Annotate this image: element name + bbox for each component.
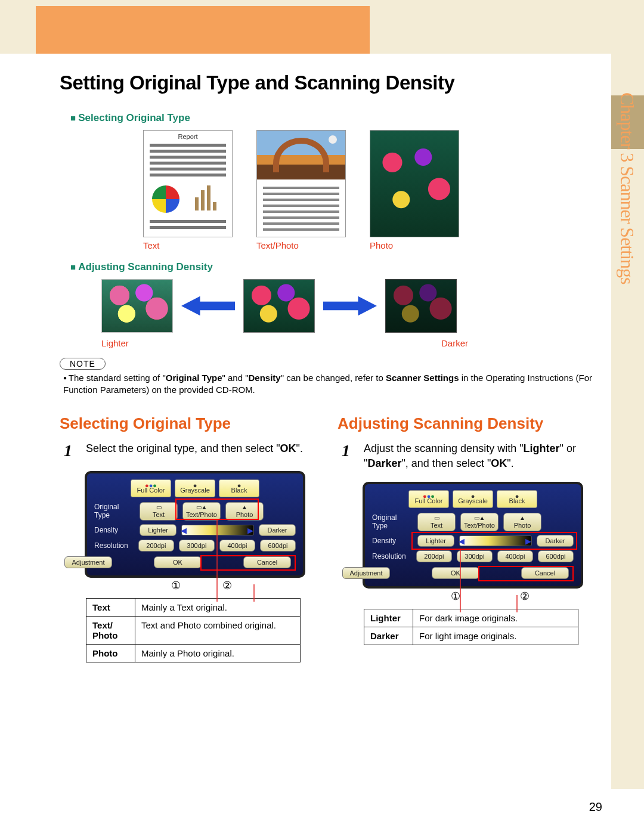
arrow-right-icon xyxy=(323,294,377,318)
btn-type-text[interactable]: ▭Text xyxy=(140,502,178,521)
step-1-right: 1 Adjust the scanning density with "Ligh… xyxy=(338,441,596,471)
lbl-density: Density xyxy=(372,537,413,545)
btn-200dpi[interactable]: 200dpi xyxy=(138,540,174,552)
col-adjusting-density: Adjusting Scanning Density 1 Adjust the … xyxy=(338,414,596,662)
density-slider[interactable]: ◀▶ xyxy=(181,525,254,535)
device-panel: ●●●Full Color ●Grayscale ●Black Original… xyxy=(363,482,583,589)
step-text: Select the original type, and then selec… xyxy=(86,441,318,460)
btn-300dpi[interactable]: 300dpi xyxy=(457,550,493,562)
top-orange-bar xyxy=(36,6,370,54)
thumb-textphoto-col: Text/Photo xyxy=(256,130,346,250)
btn-darker[interactable]: Darker xyxy=(259,524,296,536)
thumb-textphoto xyxy=(256,130,346,237)
btn-300dpi[interactable]: 300dpi xyxy=(179,540,215,552)
lbl-original-type: Original Type xyxy=(94,503,135,519)
table-row: Text/ PhotoText and Photo combined origi… xyxy=(86,616,301,644)
panel-tab-black[interactable]: ●Black xyxy=(219,479,259,497)
lbl-resolution: Resolution xyxy=(372,552,411,561)
svg-marker-1 xyxy=(323,296,377,315)
caption-photo: Photo xyxy=(370,240,459,250)
btn-type-textphoto[interactable]: ▭▲Text/Photo xyxy=(460,513,499,531)
btn-lighter[interactable]: Lighter xyxy=(140,524,177,536)
btn-600dpi[interactable]: 600dpi xyxy=(260,540,296,552)
density-row xyxy=(101,279,596,333)
density-thumb-normal xyxy=(243,279,315,333)
device-panel: ●●●Full Color ●Grayscale ●Black Original… xyxy=(85,471,305,578)
step-text: Adjust the scanning density with "Lighte… xyxy=(364,441,596,471)
lbl-resolution: Resolution xyxy=(94,541,134,550)
btn-ok[interactable]: OK xyxy=(154,556,202,568)
two-column-section: Selecting Original Type 1 Select the ori… xyxy=(60,414,596,662)
table-row: TextMainly a Text original. xyxy=(86,598,301,616)
chapter-sidebar-text: Chapter 3 Scanner Settings xyxy=(614,92,638,284)
heading-adjusting-density: Adjusting Scanning Density xyxy=(338,414,596,433)
note-label: NOTE xyxy=(60,358,106,370)
col-selecting-type: Selecting Original Type 1 Select the ori… xyxy=(60,414,318,662)
density-slider[interactable]: ◀▶ xyxy=(459,535,532,546)
page-title: Setting Original Type and Scanning Densi… xyxy=(60,72,596,94)
thumb-text-col: Report Text xyxy=(143,130,233,250)
table-row: PhotoMainly a Photo original. xyxy=(86,644,301,662)
btn-adjustment[interactable]: Adjustment xyxy=(64,556,112,568)
panel-tab-grayscale[interactable]: ●Grayscale xyxy=(453,490,493,508)
density-captions: Lighter Darker xyxy=(101,335,596,348)
step-1-left: 1 Select the original type, and then sel… xyxy=(60,441,318,460)
btn-darker[interactable]: Darker xyxy=(537,535,574,547)
caption-textphoto: Text/Photo xyxy=(256,240,346,250)
btn-400dpi[interactable]: 400dpi xyxy=(219,540,255,552)
thumb-text: Report xyxy=(143,130,233,237)
btn-adjustment[interactable]: Adjustment xyxy=(342,567,390,579)
btn-type-photo[interactable]: ▲Photo xyxy=(503,513,541,531)
panel-tab-fullcolor[interactable]: ●●●Full Color xyxy=(408,490,449,508)
content-area: Setting Original Type and Scanning Densi… xyxy=(60,72,596,662)
density-thumb-lighter xyxy=(101,279,173,333)
thumb-photo xyxy=(370,130,459,237)
btn-cancel[interactable]: Cancel xyxy=(243,556,291,568)
callout-numbers: ①② xyxy=(85,579,318,592)
subhead-adjusting-density: Adjusting Scanning Density xyxy=(70,261,596,273)
lbl-density: Density xyxy=(94,526,135,534)
density-desc-table: LighterFor dark image originals. DarkerF… xyxy=(364,609,578,645)
btn-cancel[interactable]: Cancel xyxy=(521,567,569,579)
caption-darker: Darker xyxy=(441,338,468,348)
table-row: DarkerFor light image originals. xyxy=(364,627,578,645)
table-row: LighterFor dark image originals. xyxy=(364,609,578,627)
note-body: The standard setting of "Original Type" … xyxy=(60,372,596,397)
page-number: 29 xyxy=(589,800,602,814)
type-thumbnails-row: Report Text xyxy=(143,130,596,250)
density-thumb-darker xyxy=(385,279,457,333)
panel-tab-fullcolor[interactable]: ●●●Full Color xyxy=(131,479,171,497)
heading-selecting-type: Selecting Original Type xyxy=(60,414,318,433)
caption-lighter: Lighter xyxy=(101,338,173,348)
btn-type-textphoto[interactable]: ▭▲Text/Photo xyxy=(182,502,221,521)
btn-type-photo[interactable]: ▲Photo xyxy=(225,502,264,521)
step-number: 1 xyxy=(60,441,76,460)
subhead-selecting-type: Selecting Original Type xyxy=(70,112,596,124)
btn-ok[interactable]: OK xyxy=(432,567,479,579)
report-label: Report xyxy=(144,133,232,140)
document-page: Chapter 3 Scanner Settings Setting Origi… xyxy=(0,0,644,833)
panel-tab-black[interactable]: ●Black xyxy=(497,490,537,508)
callout-numbers: ①② xyxy=(363,590,596,603)
btn-type-text[interactable]: ▭Text xyxy=(417,513,456,531)
svg-marker-0 xyxy=(181,296,235,315)
type-desc-table: TextMainly a Text original. Text/ PhotoT… xyxy=(86,598,301,662)
thumb-photo-col: Photo xyxy=(370,130,459,250)
panel-screenshot-right: ●●●Full Color ●Grayscale ●Black Original… xyxy=(363,482,596,603)
btn-lighter[interactable]: Lighter xyxy=(417,535,454,547)
lbl-original-type: Original Type xyxy=(372,513,413,530)
panel-tab-grayscale[interactable]: ●Grayscale xyxy=(175,479,215,497)
arrow-left-icon xyxy=(181,294,235,318)
btn-200dpi[interactable]: 200dpi xyxy=(416,550,452,562)
btn-400dpi[interactable]: 400dpi xyxy=(497,550,533,562)
caption-text: Text xyxy=(143,240,233,250)
panel-screenshot-left: ●●●Full Color ●Grayscale ●Black Original… xyxy=(85,471,318,592)
step-number: 1 xyxy=(338,441,354,471)
btn-600dpi[interactable]: 600dpi xyxy=(538,550,574,562)
